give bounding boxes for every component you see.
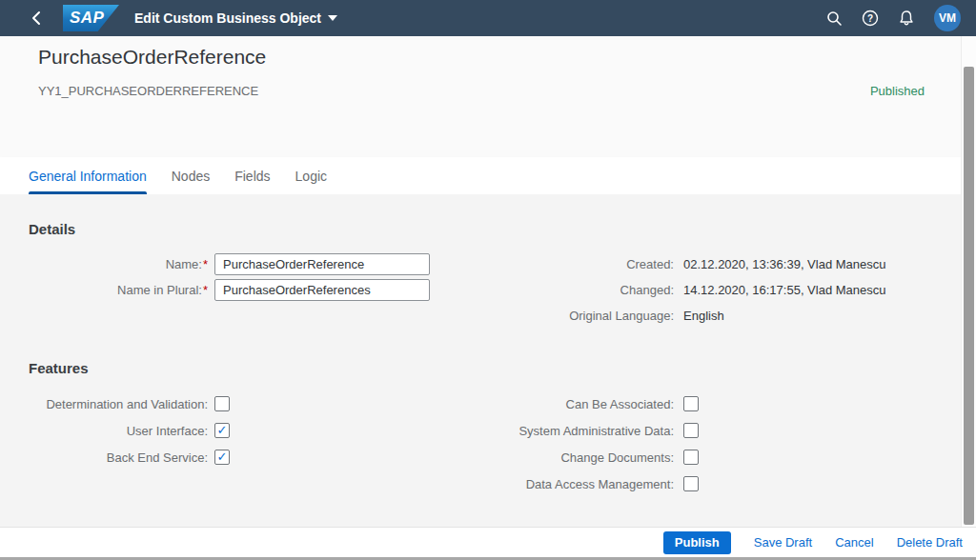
name-input[interactable] <box>214 253 430 275</box>
system-administrative-data-checkbox[interactable] <box>683 423 699 438</box>
page-title: PurchaseOrderReference <box>38 46 266 69</box>
original-language-label: Original Language: <box>515 309 674 323</box>
tab-label: General Information <box>29 169 147 184</box>
back-button[interactable] <box>29 9 44 28</box>
tab-label: Nodes <box>172 169 210 184</box>
tab-label: Fields <box>234 169 270 184</box>
tab-logic[interactable]: Logic <box>295 157 327 194</box>
determination-validation-row: Determination and Validation: <box>29 390 230 417</box>
data-access-management-label: Data Access Management: <box>515 477 674 491</box>
shell-actions: ? VM <box>825 5 961 31</box>
original-language-row: Original Language: English <box>515 305 886 327</box>
app-title-menu[interactable]: Edit Custom Business Object <box>134 10 337 26</box>
change-documents-checkbox[interactable] <box>683 450 699 465</box>
tab-bar: General Information Nodes Fields Logic <box>0 157 976 194</box>
sap-logo-text: SAP <box>70 9 104 28</box>
user-interface-row: User Interface: <box>29 417 230 444</box>
features-right-column: Can Be Associated: System Administrative… <box>515 390 699 497</box>
tab-label: Logic <box>295 169 327 184</box>
tab-general-information[interactable]: General Information <box>29 157 147 194</box>
notifications-button[interactable] <box>898 10 915 27</box>
data-access-management-checkbox[interactable] <box>683 476 699 491</box>
help-button[interactable]: ? <box>862 10 879 27</box>
save-draft-button[interactable]: Save Draft <box>754 535 812 550</box>
footer-bar: Publish Save Draft Cancel Delete Draft <box>0 527 976 557</box>
back-end-service-label: Back End Service: <box>29 450 208 465</box>
created-label: Created: <box>515 257 674 271</box>
page-header: PurchaseOrderReference YY1_PURCHASEORDER… <box>0 36 976 157</box>
user-interface-checkbox[interactable] <box>214 423 230 438</box>
details-form: Name:* Name in Plural:* <box>29 253 430 301</box>
publish-button[interactable]: Publish <box>663 531 731 554</box>
chevron-left-icon <box>31 10 41 26</box>
required-indicator: * <box>203 257 208 271</box>
tab-nodes[interactable]: Nodes <box>172 157 210 194</box>
changed-label: Changed: <box>515 283 674 297</box>
vertical-scrollbar-thumb[interactable] <box>964 67 974 525</box>
system-administrative-data-row: System Administrative Data: <box>515 417 699 444</box>
app-window: SAP Edit Custom Business Object ? <box>0 0 976 560</box>
created-row: Created: 02.12.2020, 13:36:39, Vlad Mane… <box>515 253 886 275</box>
cancel-button[interactable]: Cancel <box>835 535 873 550</box>
original-language-value: English <box>683 309 724 323</box>
bell-icon <box>898 10 915 27</box>
system-administrative-data-label: System Administrative Data: <box>515 424 674 438</box>
details-info: Created: 02.12.2020, 13:36:39, Vlad Mane… <box>515 253 886 327</box>
can-be-associated-checkbox[interactable] <box>683 396 699 411</box>
tab-fields[interactable]: Fields <box>234 157 270 194</box>
search-button[interactable] <box>825 10 843 27</box>
app-title: Edit Custom Business Object <box>134 10 321 26</box>
change-documents-row: Change Documents: <box>515 444 699 470</box>
features-left-column: Determination and Validation: User Inter… <box>29 390 230 470</box>
can-be-associated-row: Can Be Associated: <box>515 390 699 417</box>
determination-validation-checkbox[interactable] <box>214 396 230 411</box>
data-access-management-row: Data Access Management: <box>515 470 699 497</box>
delete-draft-button[interactable]: Delete Draft <box>897 535 963 550</box>
changed-value: 14.12.2020, 16:17:55, Vlad Manescu <box>683 283 886 297</box>
search-icon <box>826 10 843 27</box>
shell-header: SAP Edit Custom Business Object ? <box>0 0 976 36</box>
user-avatar[interactable]: VM <box>934 5 961 31</box>
sap-logo[interactable]: SAP <box>63 5 119 31</box>
user-interface-label: User Interface: <box>29 424 208 438</box>
name-label: Name:* <box>29 257 208 271</box>
name-plural-field-row: Name in Plural:* <box>29 279 430 301</box>
created-value: 02.12.2020, 13:36:39, Vlad Manescu <box>683 257 886 271</box>
question-circle-icon: ? <box>862 10 879 27</box>
details-heading: Details <box>29 221 75 237</box>
content-area: Details Name:* Name in Plural:* Created:… <box>0 194 976 527</box>
avatar-initials: VM <box>939 11 956 25</box>
determination-validation-label: Determination and Validation: <box>29 397 208 411</box>
required-indicator: * <box>203 283 208 297</box>
technical-name: YY1_PURCHASEORDERREFERENCE <box>38 84 258 98</box>
features-heading: Features <box>29 360 89 376</box>
changed-row: Changed: 14.12.2020, 16:17:55, Vlad Mane… <box>515 279 886 301</box>
chevron-down-icon <box>328 15 337 21</box>
back-end-service-checkbox[interactable] <box>214 450 230 465</box>
back-end-service-row: Back End Service: <box>29 444 230 470</box>
name-plural-input[interactable] <box>214 279 430 301</box>
name-plural-label: Name in Plural:* <box>29 283 208 297</box>
change-documents-label: Change Documents: <box>515 450 674 465</box>
vertical-scrollbar-track[interactable] <box>961 36 976 527</box>
name-field-row: Name:* <box>29 253 430 275</box>
can-be-associated-label: Can Be Associated: <box>515 397 674 411</box>
status-badge: Published <box>870 84 925 98</box>
svg-text:?: ? <box>867 13 873 24</box>
